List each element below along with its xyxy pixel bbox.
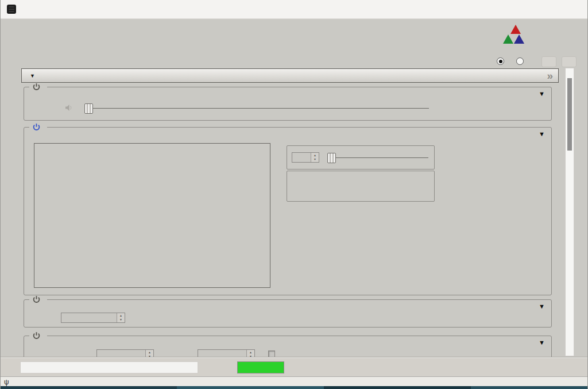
config-b-radio[interactable] xyxy=(516,57,524,65)
maximize-button[interactable] xyxy=(531,0,556,18)
bass-enhanced-checkbox[interactable] xyxy=(268,351,275,357)
logo-triangle-red xyxy=(510,25,521,34)
power-icon[interactable] xyxy=(32,332,41,340)
eq-pre-gain-slider-track[interactable] xyxy=(327,157,428,158)
memory-usage-badge xyxy=(237,361,284,373)
expand-right-icon[interactable]: » xyxy=(547,70,551,82)
power-icon[interactable] xyxy=(32,123,41,132)
brand-logo xyxy=(498,23,585,51)
effect-list-header[interactable]: ▼ » xyxy=(21,68,559,83)
bottom-toolbar xyxy=(1,357,588,377)
mv3d-intensity-value[interactable] xyxy=(61,313,117,322)
collapse-icon[interactable]: ▼ xyxy=(539,90,545,97)
app-icon xyxy=(7,5,16,14)
config-a-radio[interactable] xyxy=(497,57,504,65)
stepper-arrows[interactable]: ▲▼ xyxy=(311,153,319,162)
app-window: ▼ » ▼ ▼ xyxy=(0,0,588,389)
cpu-usage-bar xyxy=(20,361,198,373)
volume-slider-track[interactable] xyxy=(84,108,429,109)
eq-pre-gain-value[interactable] xyxy=(292,153,311,162)
logo-triangle-blue xyxy=(514,34,524,44)
cpu-usage-text xyxy=(21,362,198,373)
chevron-down-icon: ▼ xyxy=(30,73,35,79)
main-eq-section: ▼ ▲▼ xyxy=(24,127,552,295)
desktop-background xyxy=(1,386,588,389)
stepper-arrows[interactable]: ▲▼ xyxy=(117,313,125,322)
speaker-icon xyxy=(64,103,74,114)
mv3d-section: ▼ ▲▼ xyxy=(24,299,552,328)
status-bar: ψ xyxy=(1,376,588,387)
mv3d-intensity-spinner[interactable]: ▲▼ xyxy=(61,313,125,323)
eq-response-graph[interactable] xyxy=(34,143,270,288)
add-effect-button[interactable] xyxy=(541,56,556,67)
filters-group xyxy=(287,171,435,202)
power-icon[interactable] xyxy=(32,83,41,91)
vertical-scrollbar[interactable] xyxy=(565,68,574,356)
usb-icon: ψ xyxy=(4,378,9,386)
close-button[interactable] xyxy=(558,0,586,18)
minimize-button[interactable] xyxy=(505,0,530,18)
power-icon[interactable] xyxy=(32,295,41,304)
pre-gain-section: ▼ xyxy=(24,87,552,121)
eq-pre-gain-group: ▲▼ xyxy=(287,145,435,170)
collapse-icon[interactable]: ▼ xyxy=(539,130,545,137)
eq-pre-gain-spinner[interactable]: ▲▼ xyxy=(292,152,319,163)
collapse-icon[interactable]: ▼ xyxy=(539,339,545,346)
eq-pre-gain-slider-handle[interactable] xyxy=(327,153,336,163)
logo-triangle-green xyxy=(503,34,513,44)
title-bar xyxy=(1,0,588,19)
scrollbar-thumb[interactable] xyxy=(567,78,572,151)
equal-button[interactable] xyxy=(562,56,577,67)
collapse-icon[interactable]: ▼ xyxy=(539,303,545,310)
volume-slider-handle[interactable] xyxy=(84,103,93,114)
